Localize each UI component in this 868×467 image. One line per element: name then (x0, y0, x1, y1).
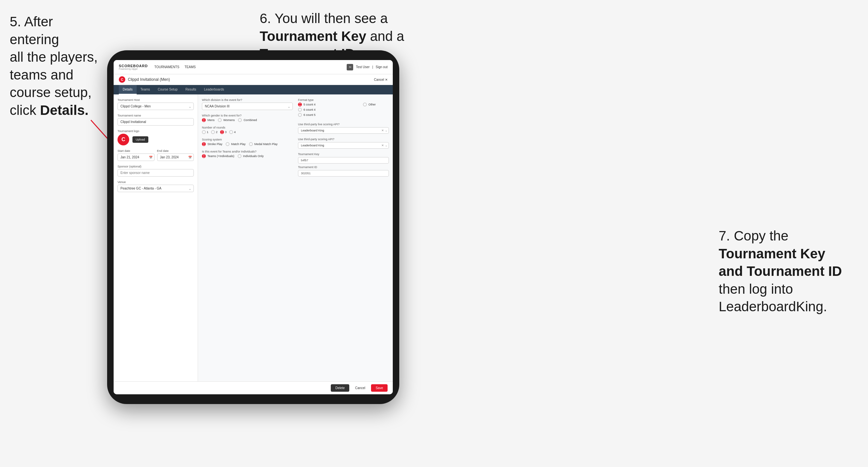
tournament-host-select-wrap (118, 102, 194, 110)
gender-label-combined: Combined (244, 119, 257, 122)
scoring-label-medal: Medal Match Play (254, 143, 278, 146)
radio-dot-r2 (211, 130, 215, 134)
tablet-screen: SCOREBOARD Powered by clippd TOURNAMENTS… (114, 60, 393, 394)
radio-dot-r1 (202, 130, 206, 134)
annotation-left-line5: click (10, 102, 40, 118)
tournament-key-label: Tournament Key (298, 153, 389, 156)
venue-label: Venue (118, 181, 194, 184)
round-radio-1[interactable]: 1 (202, 130, 208, 134)
start-date-input[interactable] (118, 154, 155, 161)
format-label-6c4: 6 count 4 (304, 108, 315, 111)
gender-radio-mens[interactable]: Mens (202, 118, 215, 122)
scoring-radio-stroke[interactable]: Stroke Play (202, 142, 222, 146)
api1-clear-icon[interactable]: ✕ ⌄ (381, 129, 388, 132)
nav-avatar: SI (347, 64, 353, 70)
radio-dot-5c4 (298, 102, 302, 106)
venue-select-wrap (118, 185, 194, 192)
radio-dot-combined (238, 118, 242, 122)
teams-label: Is this event for Teams and/or Individua… (202, 150, 293, 153)
tournament-name-input[interactable] (118, 118, 194, 126)
tournament-host-input[interactable] (118, 102, 194, 110)
logo-circle: C (118, 134, 129, 145)
scoring-group: Scoring system Stroke Play Match Play (202, 138, 293, 146)
scoring-label-stroke: Stroke Play (208, 143, 222, 146)
teams-radio-teams[interactable]: Teams (+Individuals) (202, 154, 235, 158)
rounds-group: Number of rounds 1 2 (202, 126, 293, 134)
tournament-id-input[interactable] (298, 170, 389, 177)
tab-leaderboards[interactable]: Leaderboards (200, 85, 228, 94)
start-date-group: Start date (118, 149, 155, 161)
scoring-radio-medal[interactable]: Medal Match Play (249, 142, 278, 146)
gender-radio-combined[interactable]: Combined (238, 118, 257, 122)
venue-input[interactable] (118, 185, 194, 192)
api2-clear-icon[interactable]: ✕ ⌄ (381, 144, 388, 147)
gender-radio-womens[interactable]: Womens (218, 118, 235, 122)
nav-logo-title: SCOREBOARD (119, 64, 148, 68)
nav-bar: SCOREBOARD Powered by clippd TOURNAMENTS… (114, 60, 393, 74)
nav-signout[interactable]: Sign out (376, 65, 388, 69)
api1-select[interactable] (298, 127, 389, 134)
dates-group: Start date End date (118, 149, 194, 161)
format-section-label: Format type (298, 98, 359, 101)
teams-label-individuals: Individuals Only (243, 154, 264, 158)
tournament-key-input[interactable] (298, 157, 389, 163)
start-date-label: Start date (118, 149, 155, 153)
venue-group: Venue (118, 181, 194, 192)
nav-user-label: Test User (356, 65, 369, 69)
page-header-title: Clippd Invitational (Men) (128, 77, 374, 82)
nav-link-tournaments[interactable]: TOURNAMENTS (154, 65, 179, 69)
annotation-left-line4: course setup, (10, 85, 92, 100)
annotation-top-right-and: and a (366, 29, 404, 44)
nav-links: TOURNAMENTS TEAMS (154, 65, 347, 69)
upload-button[interactable]: Upload (132, 136, 148, 143)
radio-dot-r3 (220, 130, 224, 134)
format-label-6c5: 6 count 5 (304, 113, 315, 117)
format-radio-other[interactable]: Other (363, 102, 389, 106)
scoring-radio-match[interactable]: Match Play (226, 142, 246, 146)
logo-letter: C (121, 136, 125, 143)
tab-course-setup[interactable]: Course Setup (154, 85, 182, 94)
tab-results[interactable]: Results (182, 85, 200, 94)
api1-group: Use third-party live scoring API? ✕ ⌄ (298, 123, 389, 134)
format-radio-6count4[interactable]: 6 count 4 (298, 108, 359, 112)
tab-teams[interactable]: Teams (137, 85, 154, 94)
teams-label-teams: Teams (+Individuals) (208, 154, 235, 158)
gender-radios: Mens Womens Combined (202, 118, 293, 122)
tournament-id-label: Tournament ID (298, 165, 389, 169)
teams-radio-individuals[interactable]: Individuals Only (238, 154, 264, 158)
format-radio-5count4[interactable]: 5 count 4 (298, 102, 359, 106)
page-header-icon: C (119, 76, 125, 83)
annotation-bottom-right-line1: 7. Copy the (719, 228, 788, 243)
round-radio-4[interactable]: 4 (229, 130, 236, 134)
delete-button[interactable]: Delete (331, 384, 349, 392)
division-input[interactable] (202, 102, 293, 110)
footer-cancel-button[interactable]: Cancel (352, 384, 368, 392)
nav-logo: SCOREBOARD Powered by clippd (119, 64, 148, 70)
round-radio-2[interactable]: 2 (211, 130, 217, 134)
radio-dot-6c5 (298, 113, 302, 117)
end-date-input[interactable] (157, 154, 194, 161)
division-group: Which division is the event for? (202, 98, 293, 110)
nav-link-teams[interactable]: TEAMS (185, 65, 196, 69)
round-radio-3[interactable]: 3 (220, 130, 226, 134)
scoring-label: Scoring system (202, 138, 293, 141)
radio-dot-stroke (202, 142, 206, 146)
save-button[interactable]: Save (371, 384, 388, 392)
radio-dot-teams (202, 154, 206, 158)
api2-select[interactable] (298, 142, 389, 149)
radio-dot-r4 (229, 130, 233, 134)
format-radio-6count5[interactable]: 6 count 5 (298, 113, 359, 117)
other-option-col: _ Other (363, 98, 389, 120)
round-label-1: 1 (207, 130, 208, 134)
radio-dot-6c4 (298, 108, 302, 112)
api2-label: Use third-party scoring API? (298, 137, 389, 141)
sponsor-group: Sponsor (optional) (118, 165, 194, 177)
round-label-2: 2 (216, 130, 217, 134)
rounds-label: Number of rounds (202, 126, 293, 129)
tab-details[interactable]: Details (119, 85, 137, 94)
end-date-label: End date (157, 149, 194, 153)
content-area: Tournament Host Tournament name Tourname… (114, 94, 393, 381)
sponsor-input[interactable] (118, 169, 194, 177)
page-header-cancel[interactable]: Cancel ✕ (374, 78, 388, 82)
format-label-other: Other (368, 103, 376, 106)
